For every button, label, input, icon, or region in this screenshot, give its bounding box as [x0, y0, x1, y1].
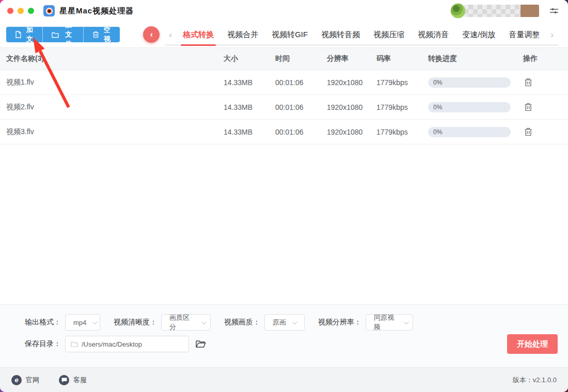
- save-dir-input-box: [65, 336, 189, 352]
- trash-icon: [524, 103, 532, 111]
- customer-service-link[interactable]: 客服: [59, 375, 87, 385]
- tab-video-to-gif[interactable]: 视频转GIF: [265, 22, 314, 47]
- clarity-label: 视频清晰度：: [114, 318, 157, 327]
- col-time: 时间: [275, 54, 327, 63]
- file-icon: [15, 31, 22, 38]
- tabs-back-circle-button[interactable]: ‹: [143, 26, 160, 43]
- add-folder-button[interactable]: 添加文件夹: [42, 27, 83, 42]
- save-dir-input[interactable]: [82, 340, 183, 348]
- output-settings-panel: 输出格式： mp4 视频清晰度： 画质区分 视频画质： 原画 视频分辨率： 同原: [0, 304, 568, 367]
- resolution-cell: 1920x1080: [327, 78, 376, 87]
- col-bitrate: 码率: [376, 54, 428, 63]
- col-size: 大小: [224, 54, 275, 63]
- start-processing-button[interactable]: 开始处理: [507, 334, 558, 354]
- table-row: 视频2.flv 14.33MB 00:01:06 1920x1080 1779k…: [0, 95, 568, 120]
- chevron-down-icon: [92, 319, 98, 324]
- tabs-scroll-left-icon[interactable]: ‹: [165, 30, 176, 39]
- delete-row-button[interactable]: [523, 126, 533, 137]
- col-action: 操作: [523, 54, 568, 63]
- official-site-link[interactable]: e 官网: [11, 375, 39, 385]
- user-name-redacted: [464, 5, 539, 17]
- app-logo-icon: [43, 5, 55, 17]
- settings-row-1: 输出格式： mp4 视频清晰度： 画质区分 视频画质： 原画 视频分辨率： 同原: [25, 312, 558, 333]
- file-name-cell: 视频3.flv: [6, 127, 224, 137]
- delete-row-button[interactable]: [523, 102, 533, 112]
- tab-video-compress[interactable]: 视频压缩: [367, 22, 411, 47]
- folder-icon: [52, 31, 59, 38]
- resolution-select[interactable]: 同原视频: [366, 314, 413, 331]
- settings-sliders-icon[interactable]: [548, 5, 560, 17]
- progress-bar: 0%: [428, 77, 511, 88]
- chat-bubble-icon: [59, 375, 69, 385]
- save-dir-label: 保存目录：: [25, 339, 61, 349]
- table-header: 文件名称(3) 大小 时间 分辨率 码率 转换进度 操作: [0, 47, 568, 70]
- time-cell: 00:01:06: [275, 103, 327, 111]
- desktop-background: 星星Mac视频处理器: [0, 0, 568, 392]
- clarity-select[interactable]: 画质区分: [161, 314, 211, 331]
- folder-icon: [71, 341, 78, 347]
- size-cell: 14.33MB: [224, 103, 275, 111]
- zoom-window-icon[interactable]: [28, 8, 34, 14]
- traffic-lights: [7, 8, 34, 14]
- trash-icon: [92, 31, 99, 38]
- time-cell: 00:01:06: [275, 128, 327, 136]
- file-name-cell: 视频2.flv: [6, 103, 224, 112]
- resolution-label: 视频分辨率：: [318, 318, 361, 327]
- tab-video-mute[interactable]: 视频消音: [411, 22, 455, 47]
- tab-format-convert[interactable]: 格式转换: [176, 22, 220, 47]
- size-cell: 14.33MB: [224, 78, 275, 87]
- tab-strip: ‹ 格式转换 视频合并 视频转GIF 视频转音频 视频压缩 视频消音 变速/倒放…: [165, 22, 562, 47]
- file-name-cell: 视频1.flv: [6, 78, 224, 87]
- size-cell: 14.33MB: [224, 128, 275, 136]
- browse-folder-button[interactable]: [196, 340, 206, 348]
- table-row: 视频1.flv 14.33MB 00:01:06 1920x1080 1779k…: [0, 70, 568, 95]
- col-progress: 转换进度: [428, 54, 523, 63]
- output-format-label: 输出格式：: [25, 318, 61, 327]
- tab-video-to-audio[interactable]: 视频转音频: [314, 22, 367, 47]
- progress-bar: 0%: [428, 127, 511, 137]
- globe-e-icon: e: [11, 375, 22, 385]
- settings-row-2: 保存目录： 开始处理: [25, 333, 558, 355]
- avatar[interactable]: [450, 3, 466, 19]
- delete-row-button[interactable]: [523, 77, 533, 88]
- quality-select[interactable]: 原画: [264, 314, 305, 331]
- titlebar: 星星Mac视频处理器: [0, 0, 568, 22]
- user-account-chip[interactable]: [450, 3, 539, 19]
- file-actions-group: 添加文件 添加文件夹 清空视频: [6, 27, 120, 42]
- close-window-icon[interactable]: [7, 8, 13, 14]
- time-cell: 00:01:06: [275, 78, 327, 87]
- app-window: 星星Mac视频处理器: [0, 0, 568, 392]
- tab-speed-reverse[interactable]: 变速/倒放: [455, 22, 502, 47]
- resolution-cell: 1920x1080: [327, 103, 376, 111]
- bitrate-cell: 1779kbps: [376, 128, 428, 136]
- output-format-select[interactable]: mp4: [65, 314, 100, 331]
- chevron-down-icon: [292, 319, 297, 324]
- bitrate-cell: 1779kbps: [376, 78, 428, 87]
- trash-icon: [524, 127, 532, 136]
- clear-videos-button[interactable]: 清空视频: [83, 27, 120, 42]
- tab-volume-adjust[interactable]: 音量调整: [502, 22, 546, 47]
- chevron-down-icon: [404, 319, 409, 324]
- bitrate-cell: 1779kbps: [376, 103, 428, 111]
- table-row: 视频3.flv 14.33MB 00:01:06 1920x1080 1779k…: [0, 120, 568, 144]
- app-title: 星星Mac视频处理器: [59, 6, 134, 16]
- minimize-window-icon[interactable]: [18, 8, 24, 14]
- resolution-cell: 1920x1080: [327, 128, 376, 136]
- chevron-down-icon: [201, 319, 207, 324]
- toolbar-row: 添加文件 添加文件夹 清空视频 ‹: [0, 22, 568, 47]
- footer: e 官网 客服 版本：v2.1.0.0: [0, 367, 568, 392]
- folder-open-icon: [196, 340, 206, 348]
- col-file-name: 文件名称(3): [6, 54, 224, 63]
- tabs-scroll-right-icon[interactable]: ›: [546, 30, 558, 39]
- empty-content-area: [0, 144, 568, 304]
- tab-video-merge[interactable]: 视频合并: [220, 22, 265, 47]
- quality-label: 视频画质：: [224, 318, 260, 327]
- progress-bar: 0%: [428, 102, 511, 112]
- version-info: 版本：v2.1.0.0: [513, 375, 557, 385]
- col-resolution: 分辨率: [327, 54, 376, 63]
- add-file-button[interactable]: 添加文件: [6, 27, 42, 42]
- trash-icon: [524, 78, 532, 87]
